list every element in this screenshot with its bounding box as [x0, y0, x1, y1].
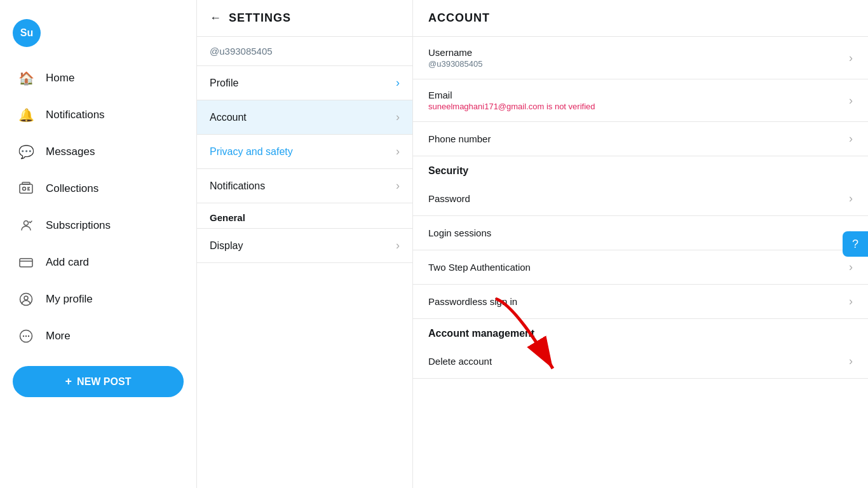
settings-menu-account[interactable]: Account › [197, 100, 412, 135]
settings-panel: ← SETTINGS @u393085405 Profile › Account… [197, 0, 413, 488]
account-row-passwordless[interactable]: Passwordless sign in › [413, 285, 868, 319]
new-post-button[interactable]: + NEW POST [13, 366, 184, 397]
phone-label: Phone number [428, 133, 491, 144]
chevron-right-icon: › [849, 192, 853, 205]
settings-header: ← SETTINGS [197, 0, 412, 37]
sidebar-item-messages[interactable]: 💬 Messages [5, 135, 191, 169]
account-header: ACCOUNT [413, 0, 868, 37]
svg-point-9 [25, 336, 27, 337]
profile-icon [18, 291, 34, 308]
settings-menu-notifications[interactable]: Notifications › [197, 169, 412, 203]
settings-username: @u393085405 [197, 37, 412, 66]
new-post-label: NEW POST [77, 376, 131, 388]
general-section-label: General [197, 203, 412, 229]
svg-point-8 [23, 336, 24, 337]
message-icon: 💬 [18, 144, 34, 160]
sidebar-item-notifications[interactable]: 🔔 Notifications [5, 98, 191, 132]
avatar[interactable]: Su [13, 19, 41, 47]
sidebar: Su 🏠 Home 🔔 Notifications 💬 Messages Col… [0, 0, 197, 488]
svg-rect-4 [20, 259, 32, 267]
account-row-password[interactable]: Password › [413, 182, 868, 216]
sidebar-item-label: Add card [46, 256, 89, 269]
display-menu-label: Display [210, 240, 243, 252]
subscriptions-icon [18, 217, 34, 234]
username-value: @u393085405 [428, 59, 483, 69]
sidebar-item-label: Collections [46, 182, 98, 195]
chevron-right-icon: › [849, 295, 853, 308]
plus-icon: + [65, 375, 72, 388]
account-row-phone[interactable]: Phone number › [413, 122, 868, 156]
management-section-title: Account management [413, 319, 868, 344]
sidebar-item-subscriptions[interactable]: Subscriptions [5, 208, 191, 243]
account-row-email[interactable]: Email suneelmaghani171@gmail.com is not … [413, 79, 868, 122]
sidebar-item-label: Notifications [46, 109, 105, 121]
svg-point-2 [23, 187, 26, 191]
sidebar-item-label: My profile [46, 293, 93, 306]
account-row-username[interactable]: Username @u393085405 › [413, 37, 868, 79]
two-step-label: Two Step Authentication [428, 262, 531, 273]
chevron-right-icon: › [849, 94, 853, 107]
chevron-right-icon: › [849, 261, 853, 274]
sidebar-item-my-profile[interactable]: My profile [5, 282, 191, 316]
passwordless-label: Passwordless sign in [428, 296, 517, 307]
chevron-right-icon: › [849, 51, 853, 65]
sidebar-item-label: Home [46, 72, 74, 85]
account-row-login-sessions[interactable]: Login sessions › [413, 216, 868, 250]
email-label: Email [428, 90, 595, 100]
settings-menu-display[interactable]: Display › [197, 229, 412, 263]
home-icon: 🏠 [18, 70, 34, 86]
chevron-right-icon: › [396, 76, 400, 90]
chevron-right-icon: › [396, 239, 400, 252]
svg-point-3 [24, 221, 29, 226]
chevron-right-icon: › [396, 179, 400, 193]
privacy-menu-label: Privacy and safety [210, 146, 293, 158]
account-row-two-step[interactable]: Two Step Authentication › [413, 250, 868, 285]
card-icon [18, 254, 34, 271]
security-section-title: Security [413, 156, 868, 182]
chevron-right-icon: › [396, 111, 400, 124]
account-panel: ACCOUNT Username @u393085405 › Email sun… [413, 0, 868, 488]
chevron-right-icon: › [849, 132, 853, 146]
profile-menu-label: Profile [210, 78, 238, 89]
account-menu-label: Account [210, 112, 247, 123]
sidebar-item-more[interactable]: More [5, 319, 191, 353]
sidebar-item-label: More [46, 330, 71, 342]
sidebar-item-add-card[interactable]: Add card [5, 245, 191, 280]
settings-menu-privacy[interactable]: Privacy and safety › [197, 135, 412, 169]
sidebar-item-label: Messages [46, 146, 95, 158]
bell-icon: 🔔 [18, 107, 34, 123]
more-icon [18, 328, 34, 344]
email-value: suneelmaghani171@gmail.com is not verifi… [428, 102, 595, 111]
sidebar-item-collections[interactable]: Collections [5, 172, 191, 206]
password-label: Password [428, 193, 470, 204]
svg-point-10 [28, 336, 29, 337]
settings-menu-profile[interactable]: Profile › [197, 66, 412, 100]
sidebar-item-home[interactable]: 🏠 Home [5, 61, 191, 95]
settings-title: SETTINGS [229, 11, 291, 25]
delete-account-label: Delete account [428, 356, 492, 367]
account-row-delete[interactable]: Delete account › [413, 344, 868, 379]
username-label: Username [428, 47, 483, 58]
help-button[interactable]: ? [843, 231, 868, 257]
chevron-right-icon: › [396, 145, 400, 158]
sidebar-item-label: Subscriptions [46, 219, 111, 232]
svg-rect-1 [22, 182, 30, 184]
login-sessions-label: Login sessions [428, 227, 491, 238]
chevron-right-icon: › [849, 355, 853, 368]
back-button[interactable]: ← [210, 11, 221, 25]
collections-icon [18, 180, 34, 197]
notifications-menu-label: Notifications [210, 180, 265, 192]
svg-point-6 [24, 296, 28, 300]
